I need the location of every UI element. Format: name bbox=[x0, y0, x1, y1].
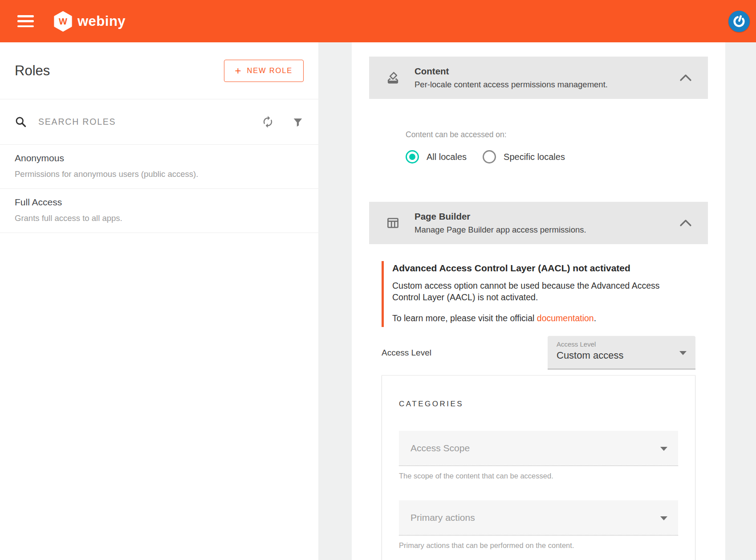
radio-label: Specific locales bbox=[504, 152, 565, 162]
dropdown-arrow-icon bbox=[679, 351, 687, 355]
primary-actions-select[interactable]: Primary actions bbox=[399, 500, 678, 535]
dropdown-arrow-icon bbox=[660, 516, 667, 520]
chevron-up-icon bbox=[679, 74, 692, 82]
search-input[interactable] bbox=[38, 117, 261, 127]
radio-selected-icon bbox=[406, 150, 419, 164]
role-list-item-anonymous[interactable]: Anonymous Permissions for anonymous user… bbox=[0, 145, 318, 189]
dropdown-arrow-icon bbox=[660, 447, 667, 451]
radio-all-locales[interactable]: All locales bbox=[406, 150, 467, 164]
filter-button[interactable] bbox=[292, 116, 304, 128]
chevron-up-icon bbox=[679, 219, 692, 227]
field-helper-text: Primary actions that can be performed on… bbox=[399, 541, 678, 550]
radio-label: All locales bbox=[427, 152, 467, 162]
page-builder-icon bbox=[386, 216, 400, 230]
locale-radio-group: All locales Specific locales bbox=[406, 150, 671, 164]
plus-icon: + bbox=[235, 65, 241, 76]
accordion-header-content[interactable]: Content Per-locale content access permis… bbox=[369, 57, 708, 99]
filter-funnel-icon bbox=[292, 116, 304, 128]
roles-search-bar bbox=[0, 99, 318, 145]
content-section-subtitle: Per-locale content access permissions ma… bbox=[415, 80, 679, 90]
warning-title: Advanced Access Control Layer (AACL) not… bbox=[392, 263, 674, 274]
documentation-link[interactable]: documentation bbox=[537, 313, 594, 323]
categories-card: CATEGORIES Access Scope The scope of the… bbox=[382, 375, 695, 560]
select-placeholder: Primary actions bbox=[411, 512, 475, 523]
select-placeholder: Access Scope bbox=[411, 443, 470, 453]
refresh-button[interactable] bbox=[261, 115, 274, 128]
learn-more-suffix: . bbox=[594, 313, 596, 323]
role-name: Anonymous bbox=[15, 153, 304, 164]
new-role-button[interactable]: + NEW ROLE bbox=[224, 60, 304, 82]
svg-text:W: W bbox=[59, 16, 67, 26]
field-helper-text: The scope of the content that can be acc… bbox=[399, 472, 678, 480]
warning-body: Custom access option cannot be used beca… bbox=[392, 280, 677, 303]
search-icon bbox=[15, 116, 27, 128]
new-role-button-label: NEW ROLE bbox=[247, 66, 293, 75]
warning-learn-more: To learn more, please visit the official… bbox=[392, 313, 674, 323]
locale-access-question: Content can be accessed on: bbox=[406, 130, 671, 139]
brand-wordmark: webiny bbox=[77, 13, 126, 29]
content-section-title: Content bbox=[415, 66, 679, 77]
hamburger-menu-icon[interactable] bbox=[17, 15, 34, 27]
ballot-box-icon bbox=[386, 71, 400, 85]
page-builder-section-body: Advanced Access Control Layer (AACL) not… bbox=[369, 244, 708, 560]
access-scope-select[interactable]: Access Scope bbox=[399, 431, 678, 466]
access-scope-field: Access Scope The scope of the content th… bbox=[399, 431, 678, 480]
roles-list-panel: Roles + NEW ROLE Anonymous Permissions f… bbox=[0, 42, 318, 560]
content-section-body: Content can be accessed on: All locales … bbox=[369, 99, 708, 202]
role-description: Permissions for anonymous users (public … bbox=[15, 169, 304, 179]
radio-specific-locales[interactable]: Specific locales bbox=[483, 150, 565, 164]
radio-unselected-icon bbox=[483, 150, 496, 164]
access-level-label: Access Level bbox=[382, 348, 431, 358]
page-builder-section-title: Page Builder bbox=[415, 211, 679, 222]
accordion-header-page-builder[interactable]: Page Builder Manage Page Builder app acc… bbox=[369, 202, 708, 244]
user-avatar[interactable] bbox=[728, 11, 750, 32]
primary-actions-field: Primary actions Primary actions that can… bbox=[399, 500, 678, 550]
power-icon bbox=[732, 14, 747, 29]
role-permissions-panel: Content Per-locale content access permis… bbox=[352, 42, 725, 560]
select-value: Custom access bbox=[557, 350, 687, 361]
select-floating-label: Access Level bbox=[557, 340, 687, 348]
roles-panel-header: Roles + NEW ROLE bbox=[0, 42, 318, 99]
learn-more-prefix: To learn more, please visit the official bbox=[392, 313, 537, 323]
webiny-logo: W webiny bbox=[53, 11, 126, 32]
aacl-warning-callout: Advanced Access Control Layer (AACL) not… bbox=[382, 261, 674, 327]
access-level-row: Access Level Access Level Custom access bbox=[382, 336, 695, 369]
role-name: Full Access bbox=[15, 197, 304, 208]
page-title: Roles bbox=[15, 63, 50, 79]
refresh-icon bbox=[261, 115, 274, 128]
role-description: Grants full access to all apps. bbox=[15, 213, 304, 223]
categories-heading: CATEGORIES bbox=[399, 400, 678, 409]
access-level-select[interactable]: Access Level Custom access bbox=[548, 336, 695, 369]
app-header: W webiny bbox=[0, 0, 756, 42]
role-list-item-full-access[interactable]: Full Access Grants full access to all ap… bbox=[0, 189, 318, 233]
webiny-hexagon-icon: W bbox=[53, 11, 73, 32]
page-builder-section-subtitle: Manage Page Builder app access permissio… bbox=[415, 225, 679, 235]
